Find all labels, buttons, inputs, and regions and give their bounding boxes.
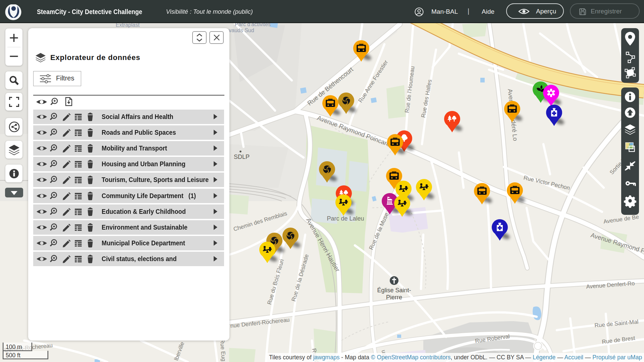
svg-text:vauds Sud: vauds Sud xyxy=(229,27,254,33)
svg-text:Parc de Laleu: Parc de Laleu xyxy=(327,215,364,222)
svg-text:Pierre: Pierre xyxy=(386,294,402,301)
svg-text:SDLP: SDLP xyxy=(234,154,250,160)
svg-text:100 m: 100 m xyxy=(6,344,22,350)
svg-text:500 ft: 500 ft xyxy=(6,352,20,359)
svg-text:Église Saint-: Église Saint- xyxy=(377,287,411,294)
